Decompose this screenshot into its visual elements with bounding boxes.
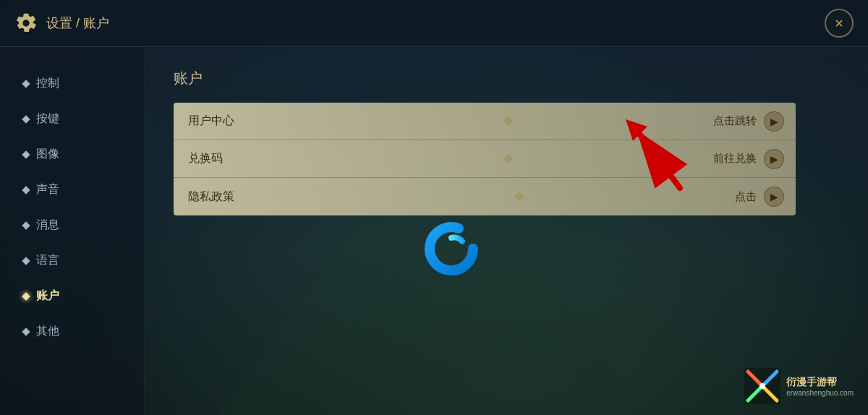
- menu-label-user-center: 用户中心: [174, 114, 318, 129]
- sidebar-item-language[interactable]: 语言: [14, 246, 129, 275]
- diamond-icon-message: [22, 221, 30, 229]
- sidebar-item-account[interactable]: 账户: [14, 281, 129, 311]
- sidebar-item-message[interactable]: 消息: [14, 210, 129, 240]
- sidebar-item-other[interactable]: 其他: [14, 317, 129, 346]
- sidebar-label-sound: 声音: [36, 182, 59, 197]
- sidebar-label-language: 语言: [36, 253, 59, 268]
- loader-overlay: [422, 220, 480, 281]
- close-button[interactable]: ×: [825, 9, 854, 38]
- sidebar-label-message: 消息: [36, 218, 59, 233]
- menu-action-privacy-policy: 点击▶: [720, 187, 796, 207]
- menu-row-user-center[interactable]: 用户中心点击跳转▶: [174, 103, 796, 140]
- menu-label-redeem-code: 兑换码: [174, 151, 318, 166]
- menu-arrow-user-center[interactable]: ▶: [764, 111, 784, 132]
- center-diamond-user-center: [503, 116, 514, 126]
- diamond-icon-keys: [22, 115, 30, 123]
- sidebar-item-sound[interactable]: 声音: [14, 175, 129, 205]
- center-diamond-redeem-code: [503, 153, 514, 163]
- gear-icon: [14, 12, 38, 35]
- loader-icon: [422, 220, 480, 278]
- menu-arrow-redeem-code[interactable]: ▶: [764, 149, 784, 169]
- watermark-text: 衍漫手游帮 erwanshenghuo.com: [786, 376, 854, 397]
- content-area: 账户 用户中心点击跳转▶兑换码前往兑换▶隐私政策点击▶: [145, 47, 868, 415]
- menu-list: 用户中心点击跳转▶兑换码前往兑换▶隐私政策点击▶: [174, 103, 796, 215]
- breadcrumb: 设置 / 账户: [46, 14, 109, 32]
- sidebar: 控制按键图像声音消息语言账户其他: [0, 47, 145, 415]
- sidebar-label-control: 控制: [36, 76, 59, 91]
- menu-action-text-privacy-policy: 点击: [735, 190, 757, 204]
- watermark: 衍漫手游帮 erwanshenghuo.com: [744, 368, 854, 404]
- diamond-icon-language: [22, 257, 30, 265]
- menu-spacer-privacy-policy: [318, 193, 720, 200]
- menu-action-text-user-center: 点击跳转: [713, 114, 757, 128]
- menu-action-user-center: 点击跳转▶: [699, 111, 796, 132]
- menu-action-redeem-code: 前往兑换▶: [699, 149, 796, 169]
- menu-row-redeem-code[interactable]: 兑换码前往兑换▶: [174, 140, 796, 178]
- svg-point-8: [760, 383, 765, 389]
- diamond-icon-control: [22, 80, 30, 87]
- diamond-icon-other: [22, 328, 30, 335]
- menu-spacer-redeem-code: [318, 155, 699, 163]
- sidebar-label-keys: 按键: [36, 111, 59, 127]
- section-title: 账户: [174, 69, 839, 88]
- diamond-icon-account: [22, 292, 30, 300]
- center-diamond-privacy-policy: [514, 192, 524, 202]
- menu-spacer-user-center: [318, 118, 699, 125]
- menu-label-privacy-policy: 隐私政策: [174, 189, 318, 205]
- menu-arrow-privacy-policy[interactable]: ▶: [764, 187, 784, 207]
- diamond-icon-graphics: [22, 150, 30, 158]
- sidebar-label-graphics: 图像: [36, 147, 59, 162]
- watermark-logo: [744, 368, 780, 404]
- menu-row-privacy-policy[interactable]: 隐私政策点击▶: [174, 178, 796, 215]
- sidebar-label-account: 账户: [36, 288, 59, 304]
- sidebar-item-control[interactable]: 控制: [14, 69, 129, 98]
- sidebar-item-graphics[interactable]: 图像: [14, 140, 129, 169]
- title-bar: 设置 / 账户 ×: [0, 0, 868, 47]
- sidebar-label-other: 其他: [36, 324, 59, 339]
- diamond-icon-sound: [22, 186, 30, 194]
- menu-action-text-redeem-code: 前往兑换: [713, 152, 757, 166]
- sidebar-item-keys[interactable]: 按键: [14, 104, 129, 134]
